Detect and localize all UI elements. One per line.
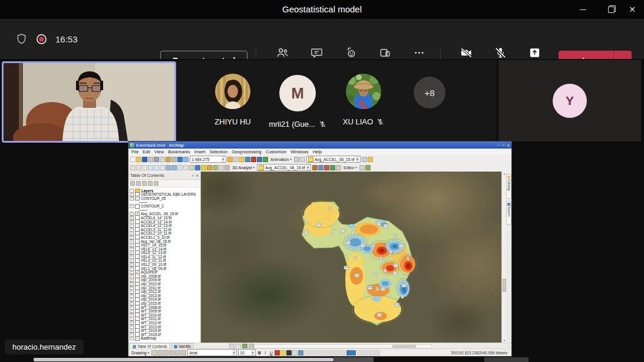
scrollbar-thumb[interactable] <box>392 345 416 348</box>
underline-button[interactable]: U <box>269 351 273 355</box>
menu-customize[interactable]: Customize <box>266 149 286 154</box>
expand-icon[interactable]: + <box>130 204 134 208</box>
search-tab[interactable]: Search <box>506 201 511 225</box>
close-button[interactable]: ✕ <box>623 0 641 19</box>
toc-layer-row[interactable]: +clip_2012.tif <box>130 289 200 294</box>
shared-screen-arcmap[interactable]: Exercise8.mxd - ArcMap ─□✕ FileEditViewB… <box>128 141 511 356</box>
free-select-icon[interactable] <box>163 350 169 356</box>
full-extent-icon[interactable] <box>148 165 153 170</box>
menu-geoprocessing[interactable]: Geoprocessing <box>232 149 261 154</box>
participant-tile-y[interactable]: Y <box>498 60 641 141</box>
line-color-icon[interactable] <box>286 350 292 356</box>
edit-arrow-icon[interactable] <box>359 165 365 170</box>
profile-graph-icon[interactable] <box>324 165 329 170</box>
numbering-icon[interactable] <box>328 350 333 356</box>
find-icon[interactable] <box>219 165 224 170</box>
expand-icon[interactable]: + <box>130 336 134 340</box>
overflow-participants-tile[interactable]: +8 <box>409 60 450 141</box>
list-by-source-icon[interactable] <box>136 181 141 186</box>
expand-icon[interactable]: + <box>130 196 134 200</box>
back-extent-icon[interactable] <box>166 165 171 170</box>
indent-inc-icon[interactable] <box>340 350 345 356</box>
minimize-button[interactable] <box>574 0 592 19</box>
indent-dec-icon[interactable] <box>334 350 339 356</box>
catalog-tab[interactable]: Catalog <box>506 174 511 199</box>
toc-layer-row[interactable]: +WT_2011.tif <box>130 317 200 321</box>
highlight-icon[interactable] <box>280 350 286 356</box>
share-graphic-icon[interactable] <box>369 350 374 356</box>
arcmap-maximize-icon[interactable]: □ <box>502 143 504 147</box>
participant-tile[interactable]: XU LIAO <box>334 60 393 141</box>
open-icon[interactable] <box>136 157 141 162</box>
paste-icon[interactable] <box>166 157 171 162</box>
python-window-icon[interactable] <box>257 157 262 162</box>
italic-button[interactable]: I <box>263 351 267 355</box>
toc-layer-row[interactable]: +CONTOUR_2 <box>130 204 200 208</box>
forward-extent-icon[interactable] <box>171 165 177 170</box>
font-color-icon[interactable] <box>275 350 280 356</box>
3d-analyst-menu-button[interactable]: 3D Analyst▾ <box>231 166 256 170</box>
hyperlink-icon[interactable] <box>201 165 206 170</box>
webcam-tile-speaking[interactable] <box>2 61 176 143</box>
toc-layer-row[interactable]: +VEL1_08_09.tif <box>130 266 200 271</box>
fixed-zoom-out-icon[interactable] <box>160 165 165 170</box>
align-center-icon[interactable] <box>311 350 316 356</box>
sketch-icon[interactable] <box>365 165 371 170</box>
color-swatch[interactable] <box>346 350 356 356</box>
font-size-combobox[interactable]: 10▾ <box>238 349 256 356</box>
new-rect-icon[interactable] <box>357 350 362 356</box>
font-combobox[interactable]: Arial▾ <box>187 349 237 356</box>
rectangle-icon[interactable] <box>169 350 174 356</box>
search-window-icon[interactable] <box>245 157 250 162</box>
align-right-icon[interactable] <box>316 350 322 356</box>
interpolate-line-icon[interactable] <box>318 165 323 170</box>
marker-color-icon[interactable] <box>298 350 303 356</box>
open-folder-icon[interactable] <box>368 157 373 162</box>
list-by-visibility-icon[interactable] <box>142 181 147 186</box>
toc-layer-row[interactable]: +WT_2009.tif <box>130 309 200 313</box>
image-capture-icon[interactable] <box>300 157 305 162</box>
save-icon[interactable] <box>142 157 147 162</box>
cut-icon[interactable] <box>154 157 159 162</box>
measure-icon[interactable] <box>213 165 218 170</box>
toc-layer-row[interactable]: +clip_2009.tif <box>130 278 200 282</box>
maximize-button[interactable] <box>602 0 620 19</box>
legend-symbol-row[interactable] <box>130 200 200 205</box>
scale-combobox[interactable]: 1:484.275▾ <box>190 156 226 163</box>
map-canvas[interactable]: 00.50.500.510.50.500.51.500.5232.531.521… <box>201 172 501 343</box>
delete-icon[interactable] <box>171 157 177 162</box>
bullets-icon[interactable] <box>322 350 328 356</box>
menu-help[interactable]: Help <box>313 149 322 154</box>
list-by-drawing-order-icon[interactable] <box>130 181 135 186</box>
grid-icon[interactable] <box>362 157 367 162</box>
zoom-in-icon[interactable] <box>130 165 136 170</box>
layer-combobox[interactable]: Avg_ACCEL_08_15.tif▾ <box>306 156 361 163</box>
toc-layer-row[interactable]: +WT_2015.tif <box>130 333 200 337</box>
select-elements-icon[interactable] <box>151 350 157 356</box>
menu-edit[interactable]: Edit <box>143 149 150 154</box>
menu-view[interactable]: View <box>154 149 164 154</box>
pan-icon[interactable] <box>142 165 147 170</box>
fill-color-icon[interactable] <box>292 350 298 356</box>
map-horizontal-scrollbar[interactable] <box>254 344 432 348</box>
arcpad-icon[interactable] <box>375 350 380 356</box>
participant-tile[interactable]: ZHIYU HU <box>203 60 262 141</box>
layer-visibility-checkbox[interactable]: ✓ <box>135 336 140 341</box>
rotate-icon[interactable] <box>157 350 163 356</box>
drawing-menu-button[interactable]: Drawing▾ <box>130 351 150 355</box>
text-icon[interactable] <box>175 350 180 356</box>
toc-layer-row[interactable]: +WT_2008.tif <box>130 305 200 310</box>
menu-bookmarks[interactable]: Bookmarks <box>168 149 190 154</box>
add-data-icon[interactable] <box>227 157 233 162</box>
toc-layer-row[interactable]: +WT_2010.tif <box>130 313 200 317</box>
toc-layer-row[interactable]: +✓CONTOUR_05 <box>130 196 200 200</box>
toc-layer-row[interactable]: +WT_2014.tif <box>130 328 200 333</box>
catalog-window-icon[interactable] <box>239 157 245 162</box>
select-features-icon[interactable] <box>177 165 183 170</box>
map-vertical-scrollbar[interactable]: ▲ ▼ <box>501 172 506 343</box>
toc-layer-row[interactable]: +✓Basemap <box>130 337 200 341</box>
menu-selection[interactable]: Selection <box>209 149 227 154</box>
table-of-contents-icon[interactable] <box>233 157 239 162</box>
menu-insert[interactable]: Insert <box>194 149 206 154</box>
fixed-zoom-in-icon[interactable] <box>154 165 159 170</box>
